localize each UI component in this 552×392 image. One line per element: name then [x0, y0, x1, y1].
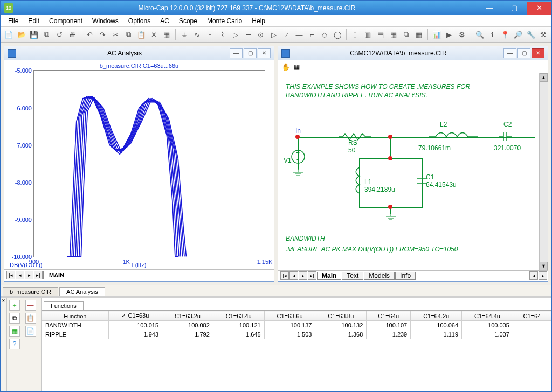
tile-icon[interactable]: ▦: [413, 29, 425, 40]
opts-icon[interactable]: ⚒: [537, 29, 549, 40]
grid-icon[interactable]: ▦: [294, 63, 300, 71]
revert-icon[interactable]: ↺: [54, 29, 66, 40]
maximize-button[interactable]: ▢: [502, 2, 527, 15]
delete-icon[interactable]: ✕: [148, 29, 160, 40]
col-header[interactable]: C1=63.2u: [162, 311, 213, 321]
window1-icon[interactable]: ▯: [349, 29, 361, 40]
doc-tab-circuit[interactable]: b_measure.CIR: [3, 287, 58, 296]
tab-main[interactable]: Main: [317, 272, 341, 280]
diode-icon[interactable]: ▷: [230, 29, 242, 40]
window2-icon[interactable]: ▥: [362, 29, 374, 40]
export-icon[interactable]: ▦: [9, 326, 20, 337]
tab-text[interactable]: Text: [342, 272, 363, 280]
minimize-button[interactable]: —: [477, 2, 502, 15]
functions-grid[interactable]: Function✓ C1=63uC1=63.2uC1=63.4uC1=63.6u…: [42, 311, 551, 391]
schematic-canvas[interactable]: THIS EXAMPLE SHOWS HOW TO CREATE .MEASUR…: [278, 73, 539, 270]
cut-icon[interactable]: ✂: [109, 29, 121, 40]
paste-icon[interactable]: 📋: [25, 313, 36, 324]
sub-close-button[interactable]: ✕: [258, 48, 271, 58]
col-header[interactable]: C1=64.2u: [411, 311, 462, 321]
wire2-icon[interactable]: ⌐: [306, 29, 318, 40]
nav-last-icon[interactable]: ▸|: [308, 271, 316, 280]
menu-edit[interactable]: Edit: [24, 16, 44, 26]
nav-next-icon[interactable]: ▸: [25, 271, 33, 279]
sub-maximize-button[interactable]: ▢: [244, 48, 257, 58]
capacitor-icon[interactable]: ⊦: [204, 29, 216, 40]
nav-prev-icon[interactable]: ◂: [16, 271, 24, 279]
switch-icon[interactable]: ⟋: [280, 29, 292, 40]
cfg-icon[interactable]: ⚙: [456, 29, 468, 40]
undo-icon[interactable]: ↶: [84, 29, 96, 40]
pan-icon[interactable]: ✋: [281, 62, 291, 71]
nav-next-icon[interactable]: ▸: [299, 271, 307, 280]
col-header[interactable]: C1=64: [513, 311, 551, 321]
redo-icon[interactable]: ↷: [97, 29, 109, 40]
hscroll-left-icon[interactable]: ◂: [529, 271, 538, 280]
menu-component[interactable]: Component: [45, 16, 87, 26]
col-header[interactable]: C1=63.6u: [264, 311, 315, 321]
menu-options[interactable]: Options: [124, 16, 155, 26]
info-icon[interactable]: ℹ: [487, 29, 499, 40]
nodenum-icon[interactable]: ◇: [319, 29, 330, 40]
menu-windows[interactable]: Windows: [88, 16, 123, 26]
panel-close-icon[interactable]: ×: [1, 298, 7, 391]
plot-tab-main[interactable]: MAIN: [43, 271, 72, 279]
menu-scope[interactable]: Scope: [175, 16, 202, 26]
col-header[interactable]: C1=64.4u: [462, 311, 513, 321]
new-icon[interactable]: 📄: [3, 29, 15, 40]
copy-icon[interactable]: ⧉: [122, 29, 134, 40]
col-header[interactable]: C1=63.4u: [213, 311, 264, 321]
saveall-icon[interactable]: ⧉: [41, 29, 53, 40]
col-header[interactable]: Function: [42, 311, 109, 321]
vertical-scrollbar[interactable]: ▲ ▼: [539, 73, 548, 270]
wire-icon[interactable]: —: [293, 29, 305, 40]
npn-icon[interactable]: ⊢: [242, 29, 254, 40]
select-icon[interactable]: ▦: [161, 29, 172, 40]
nav-first-icon[interactable]: |◂: [6, 271, 15, 279]
menu-help[interactable]: Help: [247, 16, 270, 26]
nav-prev-icon[interactable]: ◂: [289, 271, 298, 280]
menu-montecarlo[interactable]: Monte Carlo: [203, 16, 246, 26]
sub-maximize-button[interactable]: ▢: [518, 48, 530, 58]
add-icon[interactable]: ＋: [9, 300, 20, 311]
tab-models[interactable]: Models: [364, 272, 395, 280]
doc-tab-analysis[interactable]: AC Analysis: [59, 287, 105, 296]
tools-icon[interactable]: 🔧: [525, 29, 537, 40]
menu-file[interactable]: File: [4, 16, 23, 26]
nav-first-icon[interactable]: |◂: [280, 271, 289, 280]
find-icon[interactable]: 🔍: [474, 29, 486, 40]
window4-icon[interactable]: ▦: [388, 29, 399, 40]
scroll-down-icon[interactable]: ▼: [540, 262, 548, 270]
run-icon[interactable]: ▶: [444, 29, 456, 40]
opamp-icon[interactable]: ▷: [268, 29, 280, 40]
text-icon[interactable]: ◯: [332, 29, 343, 40]
source-icon[interactable]: ⊙: [255, 29, 267, 40]
functions-tab[interactable]: Functions: [44, 301, 84, 310]
menu-ac[interactable]: AC: [156, 16, 174, 26]
calc-icon[interactable]: 📊: [431, 29, 443, 40]
ac-plot[interactable]: -5.000 -6.000 -7.000 -8.000 -9.000 -10.0…: [33, 70, 265, 257]
zoom-icon[interactable]: 🔎: [512, 29, 524, 40]
y-axis-label[interactable]: DB(V(OUT)): [10, 262, 43, 268]
paste-icon[interactable]: 📋: [135, 29, 147, 40]
hscroll-right-icon[interactable]: ▸: [539, 271, 547, 280]
sub-close-button[interactable]: ✕: [532, 48, 544, 58]
resistor-icon[interactable]: ∿: [191, 29, 203, 40]
copy-icon[interactable]: ⧉: [9, 313, 20, 324]
probe-icon[interactable]: 📍: [499, 29, 511, 40]
help-icon[interactable]: ?: [9, 339, 20, 349]
col-header[interactable]: C1=63.8u: [315, 311, 367, 321]
print-icon[interactable]: 🖶: [66, 29, 78, 40]
remove-icon[interactable]: —: [25, 300, 36, 311]
nav-last-icon[interactable]: ▸|: [34, 271, 43, 279]
open-icon[interactable]: 📂: [16, 29, 27, 40]
window3-icon[interactable]: ▤: [375, 29, 387, 40]
inductor-icon[interactable]: ⌇: [217, 29, 229, 40]
save-icon[interactable]: 💾: [28, 29, 40, 40]
cascade-icon[interactable]: ⧉: [401, 29, 412, 40]
ground-icon[interactable]: ⏚: [178, 29, 190, 40]
sub-minimize-button[interactable]: —: [503, 48, 516, 58]
sheet-icon[interactable]: 📄: [25, 326, 36, 337]
col-header[interactable]: C1=64u: [367, 311, 411, 321]
close-button[interactable]: ✕: [527, 2, 551, 15]
